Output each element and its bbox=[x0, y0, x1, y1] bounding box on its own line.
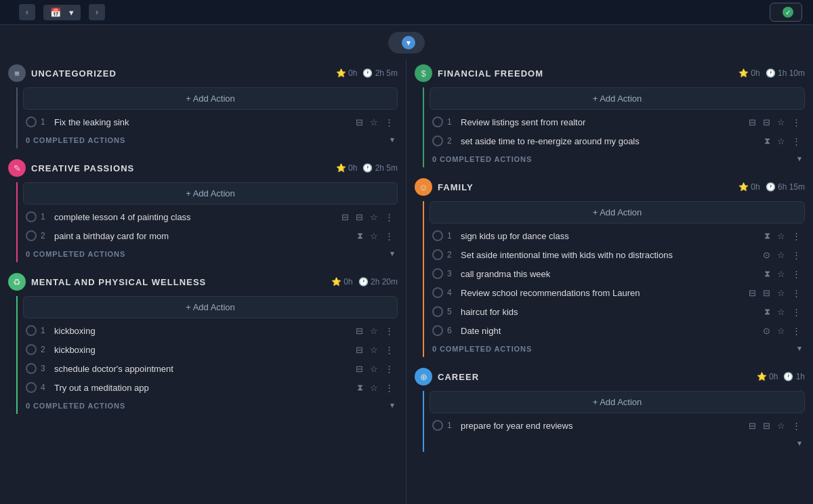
close-full-capture-button[interactable]: ▾ bbox=[388, 32, 425, 54]
task-icon-button[interactable]: ⊙ bbox=[762, 250, 772, 260]
completed-actions-row[interactable]: 0 COMPLETED ACTIONS▾ bbox=[23, 131, 398, 148]
task-checkbox[interactable] bbox=[26, 344, 37, 355]
task-icon-button[interactable]: ⧗ bbox=[356, 230, 364, 241]
task-icon-button[interactable]: ⋮ bbox=[791, 269, 802, 279]
completed-actions-row[interactable]: 0 COMPLETED ACTIONS▾ bbox=[23, 245, 398, 262]
task-icon-button[interactable]: ⧗ bbox=[763, 268, 772, 279]
task-checkbox[interactable] bbox=[432, 268, 443, 279]
task-icon-button[interactable]: ☆ bbox=[369, 117, 379, 127]
task-icon-button[interactable]: ⧗ bbox=[763, 306, 772, 317]
add-action-button-mental[interactable]: + Add Action bbox=[23, 296, 398, 318]
task-icon-button[interactable]: ☆ bbox=[369, 364, 379, 374]
task-checkbox[interactable] bbox=[26, 230, 37, 241]
task-action-icons: ⧗☆⋮ bbox=[763, 230, 802, 241]
task-icon-button[interactable]: ⊟ bbox=[354, 326, 364, 336]
task-text: Try out a meditation app bbox=[54, 383, 352, 393]
task-number: 1 bbox=[41, 326, 50, 335]
task-icon-button[interactable]: ⋮ bbox=[383, 326, 395, 336]
task-icon-button[interactable]: ☆ bbox=[369, 345, 379, 355]
task-icon-button[interactable]: ☆ bbox=[776, 117, 787, 127]
task-icon-button[interactable]: ⋮ bbox=[383, 231, 395, 241]
section-mental: ♻MENTAL AND PHYSICAL WELLNESS⭐ 0h🕐 2h 20… bbox=[8, 273, 398, 414]
task-action-icons: ⊙☆⋮ bbox=[762, 250, 802, 260]
completed-actions-row[interactable]: 0 COMPLETED ACTIONS▾ bbox=[430, 150, 805, 167]
task-checkbox[interactable] bbox=[432, 249, 443, 260]
main-content: ≡UNCATEGORIZED⭐ 0h🕐 2h 5m+ Add Action1Fi… bbox=[0, 59, 813, 504]
task-icon-button[interactable]: ⋮ bbox=[383, 117, 395, 127]
task-checkbox[interactable] bbox=[432, 135, 443, 146]
task-icon-button[interactable]: ⋮ bbox=[791, 421, 802, 431]
task-checkbox[interactable] bbox=[432, 230, 443, 241]
task-icon-button[interactable]: ☆ bbox=[776, 231, 787, 241]
task-icon-button[interactable]: ⊟ bbox=[354, 117, 364, 127]
task-icon-button[interactable]: ⊟ bbox=[354, 212, 364, 222]
task-icon-button[interactable]: ⋮ bbox=[791, 288, 802, 298]
task-icon-button[interactable]: ⊟ bbox=[747, 117, 757, 127]
task-checkbox[interactable] bbox=[26, 325, 37, 336]
task-icon-button[interactable]: ⋮ bbox=[791, 307, 802, 317]
section-financial: $FINANCIAL FREEDOM⭐ 0h🕐 1h 10m+ Add Acti… bbox=[415, 64, 805, 167]
task-icon-button[interactable]: ⊟ bbox=[747, 421, 757, 431]
task-icon-button[interactable]: ⊟ bbox=[354, 364, 364, 374]
task-icon-button[interactable]: ⧗ bbox=[763, 230, 772, 241]
task-icon-button[interactable]: ☆ bbox=[776, 136, 787, 146]
task-icon-button[interactable]: ⊟ bbox=[340, 212, 350, 222]
task-icon-button[interactable]: ⧗ bbox=[356, 382, 364, 393]
task-icon-button[interactable]: ⊟ bbox=[747, 288, 757, 298]
task-icon-button[interactable]: ⊙ bbox=[762, 326, 772, 336]
task-checkbox[interactable] bbox=[432, 306, 443, 317]
task-checkbox[interactable] bbox=[432, 117, 443, 127]
add-action-button-financial[interactable]: + Add Action bbox=[430, 87, 805, 110]
completed-actions-row[interactable]: 0 COMPLETED ACTIONS▾ bbox=[23, 397, 398, 414]
task-icon-button[interactable]: ☆ bbox=[776, 288, 787, 298]
task-icon-button[interactable]: ☆ bbox=[776, 307, 787, 317]
task-icon-button[interactable]: ⋮ bbox=[791, 326, 802, 336]
add-action-button-family[interactable]: + Add Action bbox=[430, 201, 805, 224]
prev-week-button[interactable]: ‹ bbox=[19, 4, 35, 20]
task-icon-button[interactable]: ⊟ bbox=[762, 117, 772, 127]
section-meta-financial: ⭐ 0h🕐 1h 10m bbox=[738, 68, 805, 78]
task-text: call grandma this week bbox=[461, 269, 759, 279]
task-icon-button[interactable]: ☆ bbox=[776, 250, 787, 260]
task-icon-button[interactable]: ⋮ bbox=[791, 136, 802, 146]
task-checkbox[interactable] bbox=[26, 382, 37, 393]
task-checkbox[interactable] bbox=[432, 325, 443, 336]
task-checkbox[interactable] bbox=[432, 420, 443, 431]
task-icon-button[interactable]: ☆ bbox=[369, 383, 379, 393]
task-icon-button[interactable]: ⊟ bbox=[762, 288, 772, 298]
task-icon-button[interactable]: ⊟ bbox=[354, 345, 364, 355]
task-icon-button[interactable]: ⧗ bbox=[763, 135, 772, 146]
task-icon-button[interactable]: ⋮ bbox=[383, 383, 395, 393]
task-number: 1 bbox=[447, 117, 457, 127]
add-action-button-uncategorized[interactable]: + Add Action bbox=[23, 87, 398, 110]
section-meta-mental: ⭐ 0h🕐 2h 20m bbox=[331, 277, 398, 287]
complete-week-button[interactable]: ✓ bbox=[770, 3, 802, 22]
task-icon-button[interactable]: ☆ bbox=[776, 421, 787, 431]
task-checkbox[interactable] bbox=[26, 211, 37, 222]
task-icon-button[interactable]: ⋮ bbox=[791, 250, 802, 260]
task-checkbox[interactable] bbox=[432, 287, 443, 298]
task-icon-button[interactable]: ⋮ bbox=[791, 231, 802, 241]
task-icon-button[interactable]: ⋮ bbox=[791, 117, 802, 127]
completed-actions-row[interactable]: 0 COMPLETED ACTIONS▾ bbox=[430, 340, 805, 357]
task-icon-button[interactable]: ☆ bbox=[776, 269, 787, 279]
task-checkbox[interactable] bbox=[26, 117, 37, 127]
task-icon-button[interactable]: ☆ bbox=[369, 212, 379, 222]
task-icon-button[interactable]: ☆ bbox=[369, 231, 379, 241]
completed-actions-row[interactable]: ▾ bbox=[430, 435, 805, 452]
task-row: 1sign kids up for dance class⧗☆⋮ bbox=[430, 226, 805, 245]
task-icon-button[interactable]: ⋮ bbox=[383, 345, 395, 355]
task-icon-button[interactable]: ☆ bbox=[776, 326, 787, 336]
task-icon-button[interactable]: ⊟ bbox=[762, 421, 772, 431]
add-action-button-creative[interactable]: + Add Action bbox=[23, 182, 398, 205]
next-week-button[interactable]: › bbox=[89, 4, 105, 20]
task-icon-button[interactable]: ⋮ bbox=[383, 212, 395, 222]
date-range-button[interactable]: 📅 ▾ bbox=[43, 5, 81, 20]
star-icon: ⭐ 0h bbox=[336, 68, 358, 78]
add-action-button-career[interactable]: + Add Action bbox=[430, 391, 805, 413]
task-icon-button[interactable]: ☆ bbox=[369, 326, 379, 336]
task-row: 2kickboxing⊟☆⋮ bbox=[23, 340, 398, 359]
task-action-icons: ⧗☆⋮ bbox=[356, 230, 395, 241]
task-checkbox[interactable] bbox=[26, 363, 37, 374]
task-icon-button[interactable]: ⋮ bbox=[383, 364, 395, 374]
